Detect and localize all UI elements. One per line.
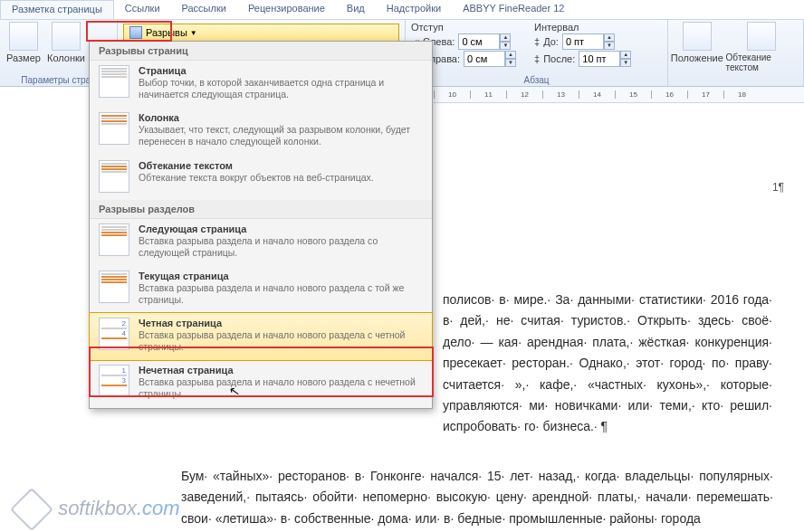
page-number: 1¶	[772, 181, 784, 194]
text-wrap-break-icon	[99, 160, 129, 193]
ruler-tick: 12	[506, 90, 542, 99]
tab-view[interactable]: Вид	[336, 0, 376, 19]
ruler-tick: 16	[651, 90, 687, 99]
page-break-icon	[99, 65, 129, 98]
tab-links[interactable]: Ссылки	[114, 0, 171, 19]
breaks-dropdown-menu: Разрывы страниц СтраницаВыбор точки, в к…	[89, 41, 433, 409]
tab-page-layout[interactable]: Разметка страницы	[0, 0, 114, 19]
menu-item-desc: Вставка разрыва раздела и начало нового …	[139, 282, 423, 306]
menu-item-page[interactable]: СтраницаВыбор точки, в которой заканчива…	[90, 61, 432, 108]
menu-item-title: Следующая страница	[139, 223, 423, 234]
doc-paragraph: Бум· «тайных»· ресторанов· в· Гонконге· …	[181, 469, 773, 526]
menu-item-title: Четная страница	[139, 318, 423, 328]
tab-mailings[interactable]: Рассылки	[171, 0, 237, 19]
spacing-before-label: До:	[543, 36, 559, 47]
text-wrap-button[interactable]: Обтекание текстом	[726, 22, 798, 72]
spacing-after-input[interactable]: ▲▼	[579, 51, 631, 67]
continuous-icon	[99, 271, 129, 303]
document-body[interactable]: полисов· в· мире.· За· данными· статисти…	[434, 280, 787, 447]
menu-header-section-breaks: Разрывы разделов	[90, 200, 432, 219]
ruler-tick: 11	[470, 90, 506, 99]
tab-addins[interactable]: Надстройки	[376, 0, 452, 19]
menu-item-title: Нечетная страница	[139, 365, 423, 375]
menu-header-page-breaks: Разрывы страниц	[90, 42, 432, 61]
breaks-label: Разрывы	[146, 27, 187, 38]
text-wrap-icon	[747, 22, 776, 51]
menu-item-desc: Указывает, что текст, следующий за разры…	[139, 124, 423, 147]
position-button[interactable]: Положение	[674, 22, 721, 63]
breaks-dropdown-button[interactable]: Разрывы ▼	[123, 24, 399, 42]
menu-item-textwrap[interactable]: Обтекание текстомОбтекание текста вокруг…	[90, 156, 432, 200]
menu-item-title: Текущая страница	[139, 271, 423, 281]
watermark-icon	[10, 488, 53, 531]
horizontal-ruler[interactable]: 10 11 12 13 14 15 16 17 18	[434, 87, 804, 103]
watermark: softikbox.com	[16, 494, 180, 525]
spacing-before-icon: ‡	[534, 36, 540, 47]
even-page-icon: 24	[99, 318, 129, 350]
spacing-after-label: После:	[543, 53, 575, 64]
breaks-icon	[129, 26, 142, 39]
menu-item-title: Страница	[139, 65, 423, 76]
menu-item-continuous[interactable]: Текущая страницаВставка разрыва раздела …	[90, 266, 432, 313]
ruler-tick: 15	[615, 90, 651, 99]
position-icon	[683, 22, 712, 51]
indent-right-input[interactable]: ▲▼	[464, 51, 516, 67]
watermark-suffix: .com	[137, 497, 180, 519]
ruler-tick: 10	[434, 90, 470, 99]
size-button[interactable]: Размер	[5, 22, 42, 63]
columns-button[interactable]: Колонки	[47, 22, 85, 63]
menu-item-odd-page[interactable]: 13 Нечетная страницаВставка разрыва разд…	[90, 360, 432, 407]
spacing-after-icon: ‡	[534, 53, 540, 64]
spacing-before-input[interactable]: ▲▼	[562, 33, 615, 50]
document-body-2[interactable]: Бум· «тайных»· ресторанов· в· Гонконге· …	[172, 457, 788, 532]
wrap-label: Обтекание текстом	[726, 52, 798, 72]
indent-left-input[interactable]: ▲▼	[458, 33, 511, 50]
column-break-icon	[99, 112, 129, 145]
watermark-text: softikbox	[58, 497, 137, 519]
tab-abbyy[interactable]: ABBYY FineReader 12	[452, 0, 575, 19]
menu-item-desc: Выбор точки, в которой заканчивается одн…	[139, 77, 423, 100]
odd-page-icon: 13	[99, 365, 129, 397]
doc-paragraph: полисов· в· мире.· За· данными· статисти…	[443, 292, 772, 433]
tab-review[interactable]: Рецензирование	[237, 0, 336, 19]
menu-item-next-page[interactable]: Следующая страницаВставка разрыва раздел…	[90, 219, 432, 266]
ruler-tick: 13	[542, 90, 579, 99]
ruler-tick: 18	[723, 90, 760, 99]
spacing-title: Интервал	[534, 22, 631, 33]
menu-item-desc: Обтекание текста вокруг объектов на веб-…	[139, 172, 423, 184]
menu-item-desc: Вставка разрыва раздела и начало нового …	[139, 376, 423, 400]
columns-label: Колонки	[47, 52, 85, 63]
paragraph-group-label: Абзац	[411, 74, 662, 85]
ribbon-tabs: Разметка страницы Ссылки Рассылки Реценз…	[0, 0, 804, 20]
indent-title: Отступ	[411, 22, 516, 33]
position-label: Положение	[671, 52, 723, 63]
next-page-icon	[99, 223, 129, 256]
menu-item-desc: Вставка разрыва раздела и начало нового …	[139, 329, 423, 353]
menu-item-even-page[interactable]: 24 Четная страницаВставка разрыва раздел…	[89, 312, 433, 361]
ruler-tick: 14	[579, 90, 615, 99]
menu-item-desc: Вставка разрыва раздела и начало нового …	[139, 235, 423, 259]
mouse-cursor-icon: ↖	[228, 383, 242, 399]
columns-icon	[52, 22, 81, 51]
size-label: Размер	[6, 52, 41, 63]
menu-item-title: Колонка	[139, 112, 423, 123]
menu-item-title: Обтекание текстом	[139, 160, 423, 171]
menu-item-column[interactable]: КолонкаУказывает, что текст, следующий з…	[90, 108, 432, 155]
page-size-icon	[9, 22, 38, 51]
chevron-down-icon: ▼	[190, 29, 197, 37]
ruler-tick: 17	[687, 90, 723, 99]
